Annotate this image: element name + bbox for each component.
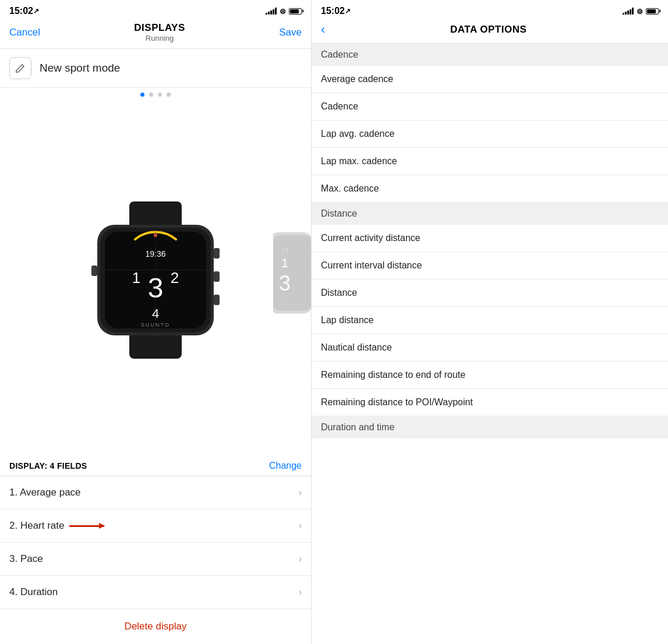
right-status-time: 15:02 (321, 6, 345, 16)
svg-text:1: 1 (132, 269, 140, 286)
option-max-cadence[interactable]: Max. cadence (312, 175, 668, 203)
left-status-bar: 15:02 ↗ ⊜ (0, 0, 311, 20)
sport-mode-row[interactable]: New sport mode (0, 49, 311, 88)
svg-rect-15 (214, 271, 220, 282)
left-nav-title: DISPLAYS (134, 22, 185, 34)
right-panel: 15:02 ↗ ⊜ ‹ DATA OPTIONS Cadence Average… (312, 0, 668, 644)
display-title: DISPLAY: 4 FIELDS (9, 461, 87, 470)
field-row-1[interactable]: 1. Average pace › (0, 476, 311, 509)
cancel-button[interactable]: Cancel (9, 27, 40, 38)
right-wifi-icon: ⊜ (637, 7, 643, 16)
right-battery-icon (646, 8, 659, 15)
watch-area: 19:36 1 2 3 4 SUUNTO (0, 106, 311, 454)
field-2-with-arrow: 2. Heart rate (9, 520, 104, 532)
chevron-2: › (299, 521, 302, 531)
watch-partial: 1 3 5 19 (273, 214, 312, 333)
svg-rect-14 (214, 248, 220, 259)
left-status-icons: ⊜ (266, 7, 302, 16)
chevron-3: › (299, 554, 302, 564)
svg-rect-17 (91, 266, 97, 276)
dot-2[interactable] (149, 93, 153, 97)
right-status-bar: 15:02 ↗ ⊜ (312, 0, 668, 20)
left-status-time: 15:02 (9, 6, 33, 16)
dot-3[interactable] (158, 93, 162, 97)
field-label-1: 1. Average pace (9, 487, 81, 498)
left-signal-icon (266, 8, 277, 15)
option-current-interval-distance[interactable]: Current interval distance (312, 252, 668, 279)
change-button[interactable]: Change (269, 461, 302, 471)
option-lap-distance[interactable]: Lap distance (312, 307, 668, 334)
save-button[interactable]: Save (279, 27, 302, 38)
section-cadence-header: Cadence (312, 44, 668, 66)
option-remaining-poi[interactable]: Remaining distance to POI/Waypoint (312, 389, 668, 416)
field-row-3[interactable]: 3. Pace › (0, 543, 311, 576)
option-current-activity-distance[interactable]: Current activity distance (312, 225, 668, 252)
option-lap-avg-cadence[interactable]: Lap avg. cadence (312, 121, 668, 148)
delete-button[interactable]: Delete display (125, 621, 187, 632)
right-nav-title: DATA OPTIONS (332, 24, 645, 36)
svg-text:5: 5 (282, 298, 288, 310)
option-nautical-distance[interactable]: Nautical distance (312, 334, 668, 362)
chevron-4: › (299, 587, 302, 597)
left-nav-subtitle: Running (134, 34, 185, 43)
left-panel: 15:02 ↗ ⊜ Cancel DISPLAYS Running Save (0, 0, 312, 644)
left-location-icon: ↗ (33, 7, 39, 15)
watch-svg: 19:36 1 2 3 4 SUUNTO (89, 201, 222, 359)
options-list: Cadence Average cadence Cadence Lap avg.… (312, 44, 668, 644)
right-location-icon: ↗ (345, 7, 351, 15)
watch-main: 19:36 1 2 3 4 SUUNTO (89, 201, 222, 359)
dot-1[interactable] (140, 93, 144, 97)
red-arrow-icon (69, 525, 104, 527)
field-row-4[interactable]: 4. Duration › (0, 576, 311, 609)
svg-text:1: 1 (281, 255, 288, 270)
left-wifi-icon: ⊜ (280, 7, 286, 16)
field-label-4: 4. Duration (9, 586, 58, 598)
display-header: DISPLAY: 4 FIELDS Change (0, 454, 311, 476)
svg-text:3: 3 (279, 271, 291, 295)
svg-rect-16 (214, 295, 220, 305)
svg-text:SUUNTO: SUUNTO (141, 322, 170, 328)
right-nav-header: ‹ DATA OPTIONS (312, 20, 668, 44)
option-lap-max-cadence[interactable]: Lap max. cadence (312, 148, 668, 175)
svg-text:19: 19 (281, 246, 288, 253)
option-avg-cadence[interactable]: Average cadence (312, 66, 668, 93)
left-title-block: DISPLAYS Running (134, 22, 185, 43)
right-status-icons: ⊜ (623, 7, 659, 16)
svg-text:2: 2 (171, 269, 179, 286)
pagination-dots (0, 88, 311, 106)
left-nav-header: Cancel DISPLAYS Running Save (0, 20, 311, 49)
field-label-2: 2. Heart rate (9, 520, 65, 532)
back-button[interactable]: ‹ (321, 22, 325, 37)
sport-mode-label: New sport mode (40, 62, 120, 75)
edit-icon (9, 57, 31, 79)
right-signal-icon (623, 8, 634, 15)
section-duration-header: Duration and time (312, 416, 668, 438)
chevron-1: › (299, 487, 302, 498)
option-remaining-end-route[interactable]: Remaining distance to end of route (312, 362, 668, 389)
option-cadence[interactable]: Cadence (312, 93, 668, 121)
field-label-3: 3. Pace (9, 553, 43, 565)
left-battery-icon (289, 8, 302, 15)
field-row-2[interactable]: 2. Heart rate › (0, 509, 311, 543)
dot-4[interactable] (167, 93, 171, 97)
section-distance-header: Distance (312, 203, 668, 225)
option-distance[interactable]: Distance (312, 279, 668, 307)
delete-section: Delete display (0, 609, 311, 644)
